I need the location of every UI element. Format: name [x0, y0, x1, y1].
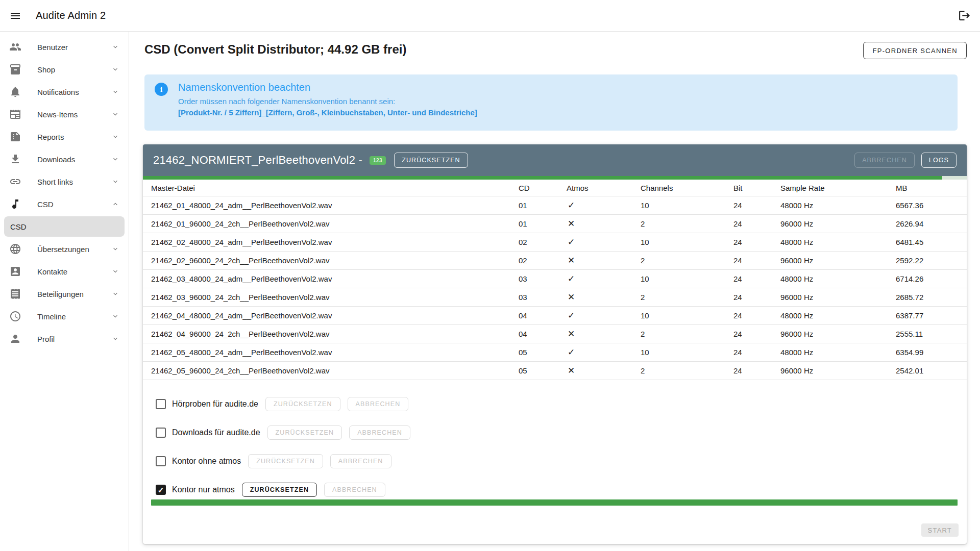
cell-channels: 10: [641, 311, 733, 320]
option-reset-button[interactable]: ZURÜCKSETZEN: [242, 483, 317, 497]
cell-sample-rate: 96000 Hz: [780, 219, 896, 228]
chevron-down-icon: [111, 88, 119, 96]
sidebar-item-label: Beteiligungen: [37, 290, 111, 298]
cell-channels: 10: [641, 238, 733, 246]
sidebar-item-csd[interactable]: CSD: [0, 193, 129, 215]
option-cancel-button: ABBRECHEN: [349, 425, 410, 440]
options-section: Hörproben für audite.de ZURÜCKSETZEN ABB…: [143, 396, 967, 506]
option-label: Kontor nur atmos: [172, 485, 235, 494]
cell-mb: 2626.94: [896, 219, 967, 228]
naming-convention-alert: i Namenskonvention beachten Order müssen…: [144, 74, 958, 131]
cross-icon: ✕: [567, 292, 641, 303]
cross-icon: ✕: [567, 329, 641, 339]
job-cancel-button: ABBRECHEN: [854, 153, 915, 168]
cell-bit: 24: [733, 348, 780, 357]
logout-icon[interactable]: [957, 9, 972, 24]
job-progress-fill: [143, 176, 942, 180]
sidebar-item-kontakte[interactable]: Kontakte: [0, 260, 129, 283]
table-row: 21462_03_96000_24_2ch__PerlBeethovenVol2…: [143, 288, 967, 307]
col-atmos: Atmos: [567, 184, 641, 192]
cell-channels: 10: [641, 201, 733, 210]
cell-cd: 04: [519, 330, 567, 338]
cell-channels: 2: [641, 366, 733, 375]
chevron-down-icon: [111, 178, 119, 186]
cell-bit: 24: [733, 293, 780, 302]
cell-mb: 2555.11: [896, 330, 967, 338]
scan-fp-folder-button[interactable]: FP-ORDNER SCANNEN: [863, 42, 967, 59]
cell-mb: 6481.45: [896, 238, 967, 246]
cell-master-file: 21462_01_48000_24_adm__PerlBeethovenVol2…: [151, 201, 519, 210]
sidebar-subitem-csd[interactable]: CSD: [4, 216, 125, 237]
cell-channels: 2: [641, 256, 733, 265]
chevron-down-icon: [111, 155, 119, 163]
sidebar-item-downloads[interactable]: Downloads: [0, 148, 129, 170]
cell-sample-rate: 48000 Hz: [780, 311, 896, 320]
cell-master-file: 21462_05_96000_24_2ch__PerlBeethovenVol2…: [151, 366, 519, 375]
cell-sample-rate: 96000 Hz: [780, 256, 896, 265]
cell-bit: 24: [733, 219, 780, 228]
option-block: Kontor ohne atmos ZURÜCKSETZEN ABBRECHEN: [143, 454, 967, 477]
checkbox-h-rproben-f-r-audite-de[interactable]: [156, 399, 166, 409]
sidebar-item-short-links[interactable]: Short links: [0, 170, 129, 193]
option-reset-button: ZURÜCKSETZEN: [248, 454, 323, 468]
cell-sample-rate: 48000 Hz: [780, 274, 896, 283]
app-bar: Audite Admin 2: [0, 0, 980, 32]
cell-sample-rate: 96000 Hz: [780, 366, 896, 375]
cell-master-file: 21462_03_48000_24_adm__PerlBeethovenVol2…: [151, 274, 519, 283]
check-icon: ✓: [567, 310, 641, 321]
sidebar-item-label: Shop: [37, 65, 111, 74]
sidebar-item-label: CSD: [37, 200, 111, 209]
job-title: 21462_NORMIERT_PerlBeethovenVol2 -: [153, 154, 362, 167]
option-block: ✓ Kontor nur atmos ZURÜCKSETZEN ABBRECHE…: [143, 482, 967, 506]
col-mb: MB: [896, 184, 967, 192]
start-button: START: [921, 523, 959, 537]
cell-master-file: 21462_02_96000_24_2ch__PerlBeethovenVol2…: [151, 256, 519, 265]
cell-master-file: 21462_04_96000_24_2ch__PerlBeethovenVol2…: [151, 330, 519, 338]
sidebar-item-reports[interactable]: Reports: [0, 126, 129, 148]
sidebar-item-notifications[interactable]: Notifications: [0, 81, 129, 103]
sidebar: Benutzer Shop Notifications News-Items R…: [0, 32, 129, 551]
link-icon: [9, 176, 21, 188]
chevron-down-icon: [111, 290, 119, 298]
sidebar-item-beteiligungen[interactable]: Beteiligungen: [0, 283, 129, 305]
option-progress-bar: [151, 499, 958, 506]
sidebar-item-timeline[interactable]: Timeline: [0, 305, 129, 328]
cell-sample-rate: 96000 Hz: [780, 330, 896, 338]
app-title: Audite Admin 2: [36, 10, 106, 21]
cell-cd: 02: [519, 256, 567, 265]
chevron-up-icon: [111, 200, 119, 208]
checkbox-kontor-nur-atmos[interactable]: ✓: [156, 485, 166, 495]
checkbox-kontor-ohne-atmos[interactable]: [156, 456, 166, 466]
check-icon: ✓: [567, 273, 641, 284]
option-label: Downloads für audite.de: [172, 428, 260, 437]
cell-bit: 24: [733, 330, 780, 338]
sidebar-item-label: Timeline: [37, 312, 111, 321]
table-row: 21462_04_96000_24_2ch__PerlBeethovenVol2…: [143, 325, 967, 343]
sidebar-item-shop[interactable]: Shop: [0, 58, 129, 81]
alert-title: Namenskonvention beachten: [178, 82, 477, 93]
cell-cd: 05: [519, 366, 567, 375]
job-reset-button[interactable]: ZURÜCKSETZEN: [394, 153, 468, 168]
alert-text: Order müssen nach folgender Namenskonven…: [178, 97, 477, 106]
hamburger-menu-icon[interactable]: [4, 5, 27, 27]
option-reset-button: ZURÜCKSETZEN: [267, 425, 342, 440]
job-card: 21462_NORMIERT_PerlBeethovenVol2 - 123 Z…: [143, 144, 967, 544]
job-logs-button[interactable]: LOGS: [921, 153, 957, 168]
sidebar-item-news-items[interactable]: News-Items: [0, 103, 129, 126]
table-row: 21462_05_96000_24_2ch__PerlBeethovenVol2…: [143, 362, 967, 380]
cell-master-file: 21462_04_48000_24_adm__PerlBeethovenVol2…: [151, 311, 519, 320]
cell-cd: 01: [519, 201, 567, 210]
option-label: Kontor ohne atmos: [172, 457, 241, 466]
option-progress-bar: [151, 471, 958, 477]
sidebar-item-label: Downloads: [37, 155, 111, 164]
sidebar-item-benutzer[interactable]: Benutzer: [0, 36, 129, 58]
download-icon: [9, 153, 21, 165]
check-icon: ✓: [567, 237, 641, 247]
sidebar-item--bersetzungen[interactable]: Übersetzungen: [0, 238, 129, 260]
sidebar-item-profil[interactable]: Profil: [0, 328, 129, 350]
cross-icon: ✕: [567, 218, 641, 229]
bell-icon: [9, 86, 21, 98]
clock-icon: [9, 310, 21, 322]
checkbox-downloads-f-r-audite-de[interactable]: [156, 428, 166, 438]
check-icon: ✓: [567, 347, 641, 358]
